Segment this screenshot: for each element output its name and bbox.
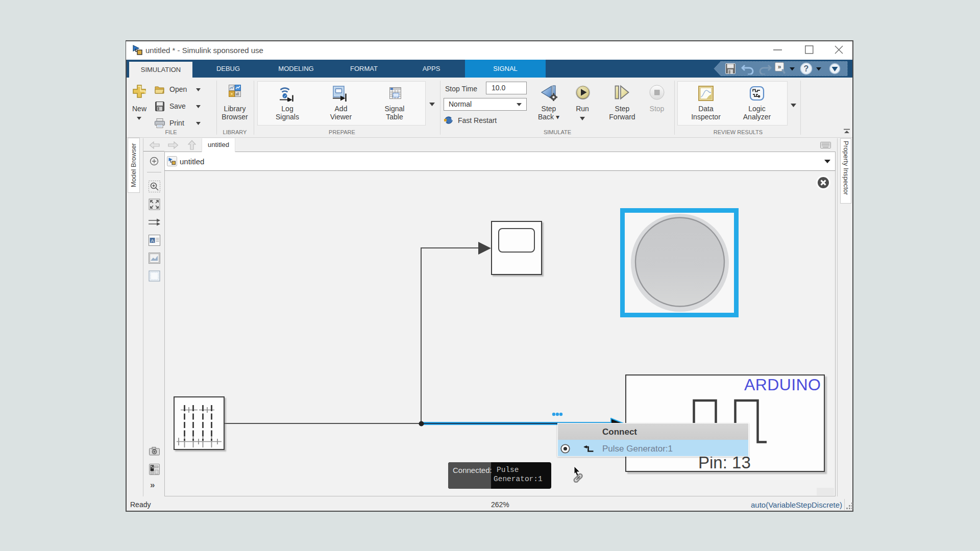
svg-text:»: » (778, 63, 781, 70)
svg-text:A: A (151, 238, 154, 243)
svg-text:?: ? (804, 64, 809, 73)
